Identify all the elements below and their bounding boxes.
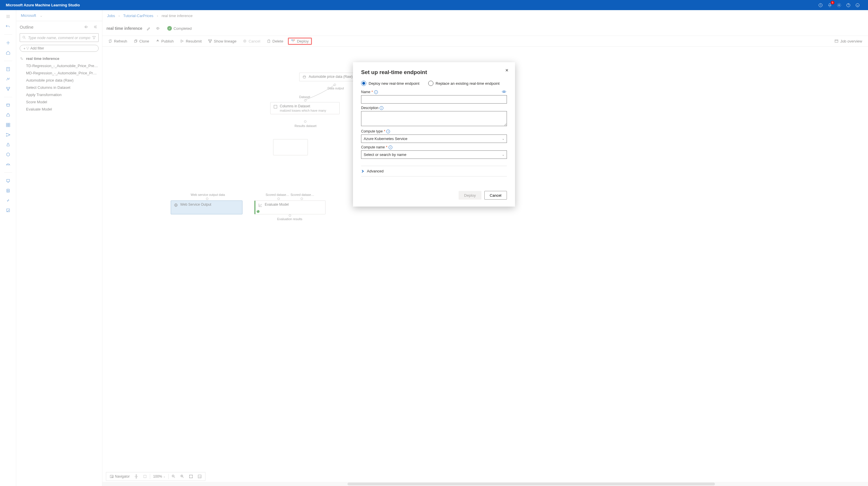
help-icon[interactable] <box>844 1 853 10</box>
app-title: Microsoft Azure Machine Learning Studio <box>6 3 80 7</box>
svg-point-1 <box>838 5 840 6</box>
feedback-icon[interactable] <box>853 1 862 10</box>
notif-badge: 5 <box>831 1 834 4</box>
settings-icon[interactable] <box>834 1 844 10</box>
svg-point-3 <box>856 3 859 7</box>
history-icon[interactable] <box>816 1 825 10</box>
notifications-icon[interactable]: 5 <box>825 1 834 10</box>
top-bar: Microsoft Azure Machine Learning Studio … <box>0 0 868 10</box>
